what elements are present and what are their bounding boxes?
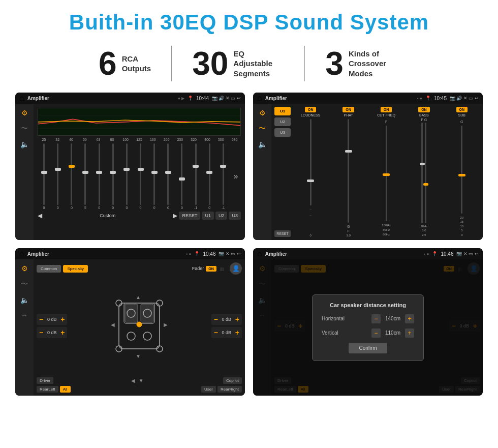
vol-minus-fr[interactable]: − [214,315,218,323]
copilot-btn[interactable]: Copilot [223,377,242,384]
ch-thumb-loudness[interactable] [307,180,314,182]
slider-track-1[interactable] [57,143,58,205]
left-arrow-icon[interactable]: ◀ [131,378,135,383]
ch-thumb-sub[interactable] [458,174,465,176]
vol-minus-rr[interactable]: − [214,328,218,337]
u3-btn-eq[interactable]: U3 [229,212,241,220]
eq-icon-active[interactable]: ⚙ [21,109,28,117]
slider-thumb-2[interactable] [69,165,75,168]
slider-thumb-6[interactable] [123,168,130,171]
slider-track-4[interactable] [99,143,100,205]
ch-thumb-bass-f[interactable] [420,163,425,165]
speaker-icon-2[interactable]: 🔈 [258,140,267,148]
stat-number-eq: 30 [192,47,228,80]
user-btn[interactable]: User [201,386,216,393]
vol-plus-fr[interactable]: + [235,315,239,323]
slider-track-7[interactable] [140,143,141,205]
common-mode-btn[interactable]: Common [37,265,61,273]
slider-thumb-7[interactable] [138,168,144,171]
slider-thumb-11[interactable] [193,165,199,168]
u1-btn-eq[interactable]: U1 [202,212,214,220]
preset-u2[interactable]: U2 [274,117,291,126]
speaker-icon[interactable]: 🔈 [20,140,29,148]
wave-icon[interactable]: 〜 [21,124,28,133]
all-btn[interactable]: All [60,386,71,393]
slider-thumb-13[interactable] [220,165,226,168]
speaker-icon-3[interactable]: 🔈 [20,296,29,304]
vol-plus-rl[interactable]: + [60,328,65,337]
ch-toggle-cutfreq[interactable]: ON [381,107,392,112]
ch-track-sub[interactable] [461,126,462,214]
ch-toggle-sub[interactable]: ON [456,107,468,112]
next-preset-btn[interactable]: ▶ [173,212,177,219]
wave-icon-3[interactable]: 〜 [21,280,28,289]
slider-col-13: -1 [217,143,230,210]
horizontal-minus-btn[interactable]: − [371,314,381,323]
ch-track-phat[interactable] [348,119,349,223]
slider-thumb-9[interactable] [165,171,171,174]
slider-track-0[interactable] [43,143,45,205]
horizontal-plus-btn[interactable]: + [405,314,414,323]
u2-btn-eq[interactable]: U2 [215,212,228,220]
driver-btn[interactable]: Driver [37,377,53,384]
down-arrow-icon[interactable]: ▼ [139,378,144,383]
slider-track-12[interactable] [209,143,210,205]
prev-preset-btn[interactable]: ◀ [38,212,42,219]
specialty-mode-btn[interactable]: Specialty [63,265,87,273]
ch-thumb-bass-g[interactable] [423,183,428,186]
ch-toggle-phat[interactable]: ON [343,107,354,112]
confirm-button[interactable]: Confirm [349,343,387,353]
preset-u1[interactable]: U1 [274,107,291,115]
screen-topbar-3: ⌂ Amplifier ▪ ● 📍 10:46 📷 ✕ ▭ ↩ [15,248,245,259]
slider-track-6[interactable] [126,143,128,205]
eq-icon-3[interactable]: ⚙ [21,264,28,273]
freq-40: 40 [65,138,78,141]
slider-thumb-0[interactable] [41,171,47,174]
ch-track-bass-g[interactable] [425,123,426,223]
reset-btn-eq[interactable]: RESET [179,212,200,220]
slider-track-5[interactable] [112,143,114,205]
vol-minus-fl[interactable]: − [39,315,43,323]
slider-track-8[interactable] [153,143,155,205]
slider-track-11[interactable] [195,143,197,205]
page-container: Buith-in 30EQ DSP Sound System 6 RCAOutp… [0,0,498,448]
slider-track-10[interactable] [181,143,182,205]
eq-icon-2[interactable]: ⚙ [259,109,266,117]
vol-plus-fl[interactable]: + [60,315,65,323]
vertical-plus-btn[interactable]: + [405,328,414,338]
slider-track-2[interactable] [71,143,72,205]
slider-col-10: 0 [175,143,188,210]
reset-btn-crossover[interactable]: RESET [274,230,291,237]
vol-plus-rr[interactable]: + [235,328,239,337]
vol-minus-rl[interactable]: − [39,328,43,337]
ch-track-loudness[interactable] [310,119,312,205]
slider-thumb-5[interactable] [110,171,116,174]
slider-thumb-3[interactable] [82,171,88,174]
fader-toggle[interactable]: ON [206,266,216,272]
slider-thumb-10[interactable] [179,177,185,181]
preset-label: Custom [44,213,171,218]
vertical-minus-btn[interactable]: − [371,328,381,338]
ch-track-bass-f[interactable] [421,123,423,223]
ch-toggle-bass[interactable]: ON [418,107,430,112]
slider-thumb-8[interactable] [151,171,158,174]
ch-thumb-cutfreq[interactable] [383,173,390,176]
slider-track-13[interactable] [223,143,224,205]
ch-toggle-loudness[interactable]: ON [305,107,317,112]
eq-main: 25 32 40 50 63 80 100 125 160 200 250 32… [34,104,245,240]
slider-track-9[interactable] [167,143,169,205]
expand-icon-3[interactable]: ↔ [21,311,28,319]
preset-u3[interactable]: U3 [274,128,291,137]
slider-thumb-4[interactable] [96,171,102,174]
home-icon-4: ⌂ [257,249,262,258]
expand-btn[interactable]: » [231,143,241,210]
slider-track-3[interactable] [84,143,86,205]
ch-thumb-phat[interactable] [345,150,352,153]
slider-thumb-1[interactable] [55,168,61,171]
wave-icon-2[interactable]: 〜 [259,124,266,133]
rearleft-btn[interactable]: RearLeft [37,386,58,393]
rearright-btn[interactable]: RearRight [217,386,242,393]
slider-thumb-12[interactable] [206,171,212,174]
slider-val-2: 0 [71,206,73,210]
ch-track-cutfreq[interactable] [386,126,387,221]
